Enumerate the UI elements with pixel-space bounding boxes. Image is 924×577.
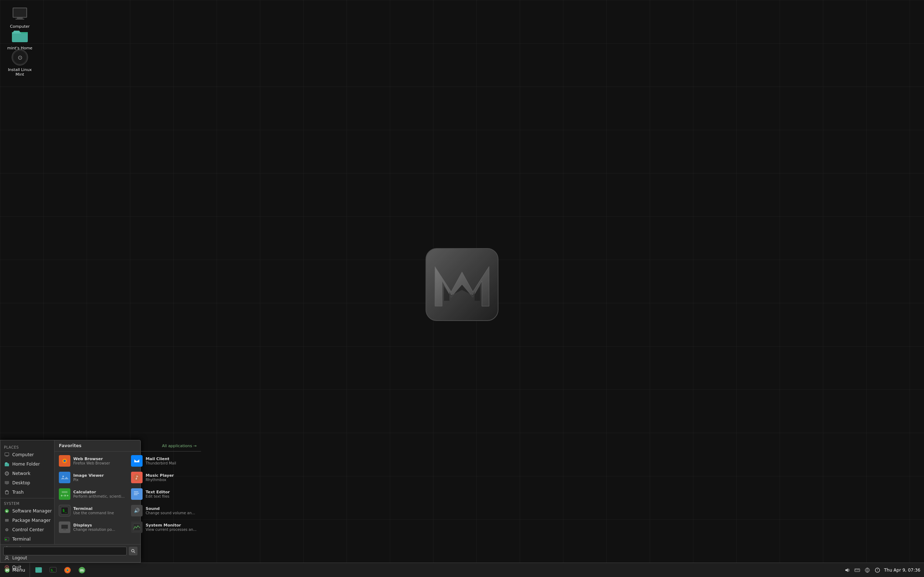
sidebar-item-trash[interactable]: Trash [0, 488, 54, 497]
sidebar-item-quit[interactable]: Quit [0, 562, 54, 572]
svg-text:🔊: 🔊 [134, 508, 140, 514]
app-calculator[interactable]: +-×÷ Calculator Perform arithmetic, scie… [56, 486, 128, 502]
svg-rect-1 [13, 8, 26, 17]
music-player-info: Music Player Rhythmbox [145, 473, 196, 482]
browser-taskbar-icon [63, 566, 71, 574]
app-terminal[interactable]: $_ Terminal Use the command line [56, 503, 128, 519]
search-input[interactable] [3, 547, 127, 555]
sidebar-item-home[interactable]: Home Folder [0, 459, 54, 469]
text-editor-name: Text Editor [145, 490, 196, 495]
sidebar-item-package-manager[interactable]: Package Manager [0, 516, 54, 525]
svg-rect-47 [62, 491, 68, 493]
app-system-monitor[interactable]: System Monitor View current processes an… [128, 519, 199, 535]
web-browser-icon [59, 455, 70, 467]
taskbar-app-browser[interactable] [61, 564, 74, 577]
music-player-desc: Rhythmbox [145, 478, 196, 482]
sidebar-item-computer[interactable]: Computer [0, 450, 54, 459]
sidebar-item-trash-label: Trash [12, 490, 24, 495]
svg-rect-52 [134, 495, 137, 495]
sidebar-item-terminal[interactable]: ▶ Terminal [0, 534, 54, 544]
svg-point-40 [63, 460, 66, 462]
svg-rect-11 [5, 453, 9, 456]
mail-client-desc: Thunderbird Mail [145, 461, 196, 465]
terminal-icon: ▶ [4, 536, 10, 542]
desktop-icon-install-mint[interactable]: ⊙ Install Linux Mint [3, 47, 36, 79]
calculator-info: Calculator Perform arithmetic, scienti..… [73, 490, 124, 498]
control-center-icon [4, 527, 10, 533]
svg-rect-13 [5, 456, 8, 456]
app-music-player[interactable]: ♪ Music Player Rhythmbox [128, 469, 199, 485]
sound-icon: 🔊 [131, 505, 142, 516]
image-viewer-info: Image Viewer Pix [73, 473, 124, 482]
sidebar-item-network[interactable]: Network [0, 469, 54, 478]
app-web-browser[interactable]: Web Browser Firefox Web Browser [56, 453, 128, 469]
svg-rect-18 [5, 481, 9, 484]
system-clock: Thu Apr 9, 07:36 [884, 567, 921, 573]
search-icon [131, 549, 135, 553]
svg-point-72 [66, 569, 68, 571]
terminal-app-icon: $_ [59, 505, 70, 516]
sidebar-item-quit-label: Quit [12, 565, 21, 570]
svg-rect-4 [12, 32, 28, 42]
computer-icon [4, 452, 10, 458]
svg-text:$_: $_ [63, 508, 67, 513]
system-monitor-icon [131, 521, 142, 533]
start-menu: Places Computer Home Folder [0, 440, 141, 562]
sidebar-item-desktop[interactable]: Desktop [0, 478, 54, 488]
text-editor-info: Text Editor Edit text files [145, 490, 196, 498]
app-image-viewer[interactable]: Image Viewer Pix [56, 469, 128, 485]
app-displays[interactable]: Displays Change resolution po... [56, 519, 128, 535]
app-mail-client[interactable]: Mail Client Thunderbird Mail [128, 453, 199, 469]
image-viewer-name: Image Viewer [73, 473, 124, 478]
displays-icon [59, 521, 70, 533]
svg-point-62 [132, 550, 134, 552]
music-player-icon: ♪ [131, 472, 142, 483]
svg-rect-59 [63, 529, 66, 530]
home-folder-icon [4, 461, 10, 467]
svg-rect-2 [17, 18, 23, 19]
menu-search-bar [0, 544, 141, 558]
updates-icon[interactable]: ! [874, 567, 881, 574]
sidebar-item-control-center[interactable]: Control Center [0, 525, 54, 534]
system-monitor-info: System Monitor View current processes an… [145, 523, 196, 532]
sidebar-item-control-center-label: Control Center [12, 527, 44, 532]
keyboard-icon[interactable] [854, 567, 861, 574]
svg-rect-19 [6, 484, 8, 484]
system-monitor-desc: View current processes an... [145, 528, 196, 532]
sidebar-item-package-manager-label: Package Manager [12, 518, 50, 523]
music-player-name: Music Player [145, 473, 196, 478]
system-section-title: System [0, 500, 54, 506]
all-applications-link[interactable]: All applications → [162, 443, 197, 448]
desktop-icon [4, 480, 10, 486]
web-browser-name: Web Browser [73, 456, 124, 461]
svg-rect-78 [858, 569, 859, 570]
image-viewer-icon [59, 472, 70, 483]
install-mint-icon: ⊙ [11, 49, 29, 66]
svg-rect-51 [134, 493, 139, 494]
svg-rect-3 [16, 19, 24, 19]
text-editor-desc: Edit text files [145, 495, 196, 498]
sidebar-item-desktop-label: Desktop [12, 480, 30, 485]
calculator-icon: +-×÷ [59, 488, 70, 500]
svg-text:!: ! [877, 568, 878, 572]
mint-taskbar-icon: m [78, 566, 86, 574]
svg-rect-42 [61, 474, 69, 481]
places-section-title: Places [0, 443, 54, 450]
svg-rect-12 [6, 456, 8, 456]
search-button[interactable] [129, 547, 137, 555]
favorites-header: Favorites All applications → [55, 440, 201, 451]
app-text-editor[interactable]: Text Editor Edit text files [128, 486, 199, 502]
app-sound[interactable]: 🔊 Sound Change sound volume an... [128, 503, 199, 519]
network-icon [4, 471, 10, 476]
svg-text:⊙: ⊙ [18, 55, 23, 61]
software-manager-icon: ★ [4, 508, 10, 514]
home-folder-icon [11, 27, 29, 44]
sidebar-item-home-label: Home Folder [12, 462, 40, 467]
network-status-icon[interactable] [864, 567, 871, 574]
svg-rect-76 [855, 569, 856, 570]
svg-line-63 [134, 552, 135, 553]
mail-client-icon [131, 455, 142, 467]
volume-icon[interactable] [843, 567, 851, 574]
taskbar-app-mint[interactable]: m [76, 564, 89, 577]
sidebar-item-software-manager[interactable]: ★ Software Manager [0, 506, 54, 516]
